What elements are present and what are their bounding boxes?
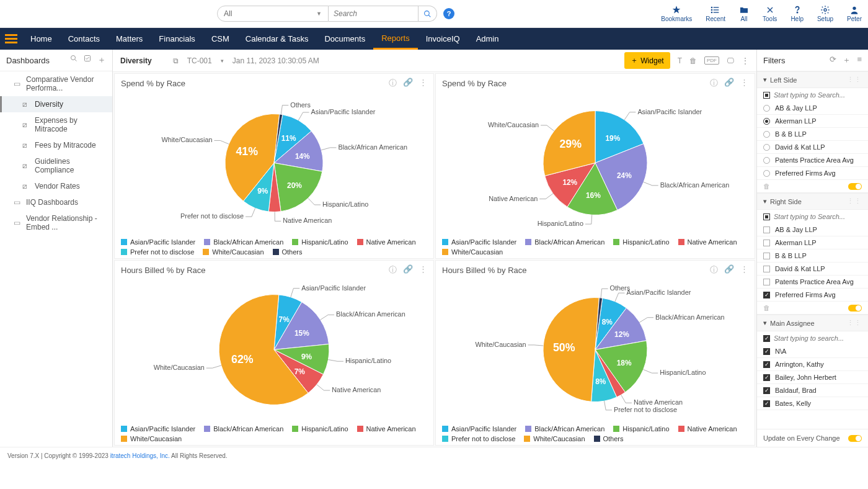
info-icon[interactable]: ⓘ bbox=[389, 264, 397, 276]
user-link[interactable]: Peter bbox=[847, 5, 862, 22]
checkbox[interactable] bbox=[763, 400, 770, 407]
nav-csm[interactable]: CSM bbox=[203, 28, 237, 50]
toggle-switch[interactable] bbox=[848, 305, 862, 312]
filter-row[interactable]: David & Kat LLP bbox=[757, 262, 868, 276]
filter-row[interactable]: Akerman LLP bbox=[757, 115, 868, 128]
filter-row[interactable]: B & B LLP bbox=[757, 128, 868, 141]
setup-link[interactable]: Setup bbox=[817, 5, 833, 22]
help-link[interactable]: Help bbox=[790, 5, 804, 22]
toggle-switch[interactable] bbox=[848, 183, 862, 190]
hamburger-button[interactable] bbox=[0, 28, 22, 50]
checkbox[interactable] bbox=[763, 240, 770, 246]
nav-financials[interactable]: Financials bbox=[151, 28, 203, 50]
more-icon[interactable]: ⋮ bbox=[419, 78, 427, 89]
refresh-icon[interactable]: ⟳ bbox=[830, 55, 836, 66]
nav-home[interactable]: Home bbox=[22, 28, 60, 50]
tools-link[interactable]: Tools bbox=[763, 5, 777, 22]
radio-button[interactable] bbox=[763, 105, 770, 112]
filter-row[interactable]: David & Kat LLP bbox=[757, 141, 868, 154]
chevron-down-icon[interactable]: ▾ bbox=[221, 58, 224, 64]
nav-contacts[interactable]: Contacts bbox=[60, 28, 108, 50]
copy-icon[interactable]: ⧉ bbox=[173, 56, 179, 65]
filter-row[interactable]: Bailey, John Herbert bbox=[757, 371, 868, 384]
checkbox[interactable] bbox=[763, 227, 770, 233]
sidebar-item[interactable]: ▭IIQ Dashboards bbox=[0, 194, 112, 210]
filter-row[interactable]: Preferred Firms Avg bbox=[757, 289, 868, 302]
link-icon[interactable]: 🔗 bbox=[724, 264, 734, 276]
info-icon[interactable]: ⓘ bbox=[710, 264, 718, 276]
search-button[interactable] bbox=[418, 6, 437, 22]
indeterminate-checkbox[interactable] bbox=[763, 213, 770, 220]
toggle-switch[interactable] bbox=[848, 435, 862, 442]
filter-row[interactable]: Patents Practice Area Avg bbox=[757, 276, 868, 289]
nav-reports[interactable]: Reports bbox=[373, 28, 418, 50]
more-icon[interactable]: ⋮ bbox=[419, 264, 427, 276]
checkbox[interactable] bbox=[763, 266, 770, 272]
filter-row[interactable]: AB & Jay LLP bbox=[757, 102, 868, 115]
bookmarks-link[interactable]: Bookmarks bbox=[661, 5, 692, 22]
link-icon[interactable]: 🔗 bbox=[403, 78, 413, 89]
filter-row[interactable]: B & B LLP bbox=[757, 249, 868, 262]
check-icon[interactable] bbox=[84, 55, 91, 62]
nav-invoiceiq[interactable]: InvoiceIQ bbox=[418, 28, 468, 50]
trash-icon[interactable]: 🗑 bbox=[763, 182, 770, 190]
footer-link[interactable]: itratech Holdings, Inc. bbox=[110, 452, 170, 459]
trash-icon[interactable]: 🗑 bbox=[689, 56, 697, 65]
trash-icon[interactable]: 🗑 bbox=[763, 304, 770, 312]
filter-row[interactable]: Arrington, Kathy bbox=[757, 358, 868, 371]
drag-icon[interactable]: ⋮⋮ bbox=[847, 197, 862, 205]
plus-icon[interactable]: ＋ bbox=[843, 55, 851, 66]
more-icon[interactable]: ⋮ bbox=[742, 56, 749, 65]
nav-documents[interactable]: Documents bbox=[316, 28, 373, 50]
search-input[interactable] bbox=[329, 6, 418, 22]
drag-icon[interactable]: ⋮⋮ bbox=[847, 319, 862, 327]
checkbox[interactable] bbox=[763, 253, 770, 259]
sidebar-item[interactable]: ⧄Fees by Mitracode bbox=[0, 137, 112, 153]
nav-matters[interactable]: Matters bbox=[108, 28, 151, 50]
plus-icon[interactable]: ＋ bbox=[97, 55, 106, 66]
sidebar-item[interactable]: ⧄Guidelines Compliance bbox=[0, 153, 112, 178]
filter-row[interactable]: Preferred Firms Avg bbox=[757, 167, 868, 180]
checkbox[interactable] bbox=[763, 279, 770, 285]
menu-icon[interactable]: ≡ bbox=[857, 55, 862, 66]
checkbox[interactable] bbox=[763, 361, 770, 368]
help-icon[interactable]: ? bbox=[443, 8, 454, 19]
filter-row[interactable]: AB & Jay LLP bbox=[757, 223, 868, 236]
radio-button[interactable] bbox=[763, 157, 770, 164]
sidebar-item[interactable]: ⧄Diversity bbox=[0, 96, 112, 112]
link-icon[interactable]: 🔗 bbox=[403, 264, 413, 276]
radio-button[interactable] bbox=[763, 118, 770, 125]
sidebar-item[interactable]: ⧄Vendor Rates bbox=[0, 178, 112, 194]
checkbox[interactable] bbox=[763, 387, 770, 394]
radio-button[interactable] bbox=[763, 131, 770, 138]
filter-row[interactable]: Akerman LLP bbox=[757, 236, 868, 249]
filter-row[interactable]: Bates, Kelly bbox=[757, 397, 868, 410]
indeterminate-checkbox[interactable] bbox=[763, 92, 770, 99]
radio-button[interactable] bbox=[763, 144, 770, 151]
all-link[interactable]: All bbox=[739, 5, 749, 22]
link-icon[interactable]: 🔗 bbox=[724, 78, 734, 89]
sidebar-item[interactable]: ⧄Expenses by Mitracode bbox=[0, 112, 112, 137]
filter-row[interactable]: N\A bbox=[757, 345, 868, 358]
recent-link[interactable]: Recent bbox=[706, 5, 725, 22]
text-icon[interactable]: T bbox=[678, 56, 682, 65]
filter-section-assignee[interactable]: ▾Main Assignee⋮⋮ bbox=[757, 315, 868, 331]
nav-calendar-tasks[interactable]: Calendar & Tasks bbox=[237, 28, 317, 50]
more-icon[interactable]: ⋮ bbox=[740, 264, 748, 276]
filter-section-right[interactable]: ▾Right Side⋮⋮ bbox=[757, 193, 868, 210]
radio-button[interactable] bbox=[763, 170, 770, 177]
info-icon[interactable]: ⓘ bbox=[710, 78, 718, 89]
search-icon[interactable] bbox=[70, 55, 78, 62]
search-category-select[interactable]: All ▼ bbox=[217, 6, 329, 22]
checkbox[interactable] bbox=[763, 348, 770, 355]
info-icon[interactable]: ⓘ bbox=[389, 78, 397, 89]
checkbox-all[interactable] bbox=[763, 335, 770, 342]
filter-section-left[interactable]: ▾Left Side⋮⋮ bbox=[757, 71, 868, 88]
pdf-export-button[interactable]: PDF bbox=[704, 56, 719, 65]
monitor-icon[interactable]: 🖵 bbox=[727, 56, 734, 65]
checkbox[interactable] bbox=[763, 292, 770, 298]
filter-row[interactable]: Baldauf, Brad bbox=[757, 384, 868, 397]
nav-admin[interactable]: Admin bbox=[468, 28, 507, 50]
sidebar-item[interactable]: ▭Vendor Relationship - Embed ... bbox=[0, 210, 112, 235]
filter-search-input[interactable] bbox=[774, 91, 862, 99]
